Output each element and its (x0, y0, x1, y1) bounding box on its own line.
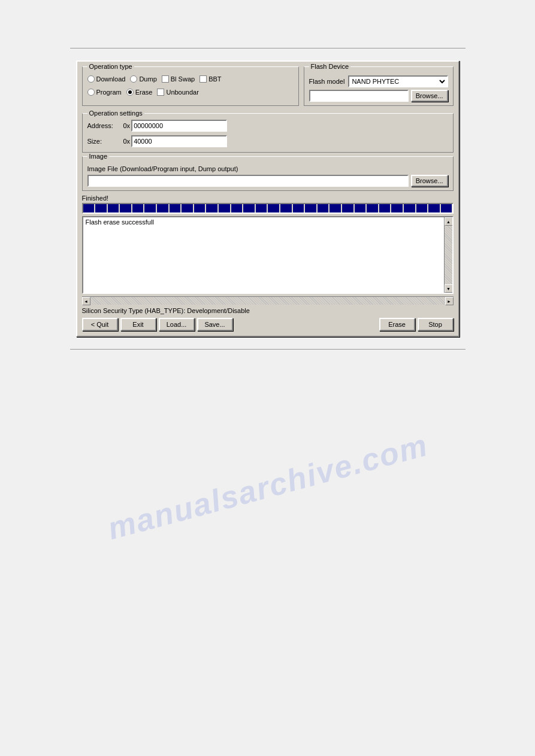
dump-option[interactable]: Dump (130, 75, 156, 83)
scroll-up-button[interactable]: ▲ (445, 217, 453, 226)
scroll-down-button[interactable]: ▼ (445, 284, 453, 293)
prog-seg-10 (194, 204, 205, 212)
prog-seg-30 (441, 204, 452, 212)
prog-seg-8 (170, 204, 181, 212)
prog-seg-9 (182, 204, 193, 212)
top-divider (70, 48, 466, 48)
flash-browse-row: Browse... (309, 90, 448, 102)
prog-seg-15 (256, 204, 267, 212)
image-row: Browse... (87, 175, 448, 187)
operation-settings-group: Operation settings Address: 0x Size: 0x (82, 113, 454, 153)
size-input[interactable] (131, 135, 227, 147)
stop-button[interactable]: Stop (418, 318, 454, 331)
bbt-label: BBT (208, 75, 221, 83)
download-option[interactable]: Download (87, 75, 126, 83)
prog-seg-25 (379, 204, 391, 212)
program-option[interactable]: Program (87, 89, 122, 96)
dump-radio[interactable] (130, 75, 137, 83)
prog-seg-23 (355, 204, 366, 212)
image-group: Image Image File (Download/Program input… (82, 156, 454, 191)
image-browse-button[interactable]: Browse... (411, 175, 448, 187)
prog-seg-6 (144, 204, 156, 212)
operation-settings-title: Operation settings (87, 110, 144, 117)
program-radio[interactable] (87, 89, 95, 96)
prog-seg-27 (404, 204, 415, 212)
dump-label: Dump (139, 75, 156, 83)
address-input[interactable] (131, 120, 227, 132)
prog-seg-16 (268, 204, 279, 212)
bottom-buttons: < Quit Exit Load... Save... Erase Stop (82, 318, 454, 331)
biswap-option[interactable]: Bl Swap (162, 75, 195, 83)
prog-seg-14 (243, 204, 255, 212)
prog-seg-2 (95, 204, 107, 212)
output-area[interactable]: Flash erase successfull (83, 217, 444, 293)
output-area-wrapper: Flash erase successfull ▲ ▼ (82, 216, 454, 294)
download-radio[interactable] (87, 75, 95, 83)
address-row: Address: 0x (87, 120, 448, 132)
download-label: Download (96, 75, 126, 83)
biswap-label: Bl Swap (171, 75, 195, 83)
scroll-track (445, 226, 452, 284)
unboundary-checkbox[interactable] (157, 89, 164, 96)
image-title: Image (87, 153, 110, 160)
prog-seg-11 (206, 204, 217, 212)
top-row: Operation type Download Dump Bl Swap (82, 66, 454, 110)
security-label: Silicon Security Type (HAB_TYPE): Develo… (82, 307, 454, 314)
prog-seg-4 (120, 204, 131, 212)
prog-seg-29 (428, 204, 440, 212)
image-desc: Image File (Download/Program input, Dump… (87, 165, 448, 172)
save-button[interactable]: Save... (197, 318, 233, 331)
address-label: Address: (87, 122, 123, 129)
exit-button[interactable]: Exit (120, 318, 156, 331)
page-wrapper: Operation type Download Dump Bl Swap (0, 0, 535, 756)
scrollbar-horizontal: ◄ ► (82, 296, 454, 305)
size-label: Size: (87, 138, 123, 145)
prog-seg-13 (231, 204, 243, 212)
unboundary-option[interactable]: Unboundar (157, 89, 198, 96)
radio-row-1: Download Dump Bl Swap BBT (87, 75, 294, 83)
prog-seg-18 (293, 204, 304, 212)
erase-option[interactable]: Erase (126, 89, 153, 96)
prog-seg-3 (108, 204, 119, 212)
prog-seg-1 (83, 204, 95, 212)
progress-bar (82, 203, 454, 214)
load-button[interactable]: Load... (159, 318, 195, 331)
scrollbar-vertical: ▲ ▼ (444, 217, 452, 293)
bbt-checkbox[interactable] (200, 75, 207, 83)
flash-model-row: Flash model NAND PHYTEC (309, 75, 448, 87)
flash-browse-button[interactable]: Browse... (411, 90, 448, 102)
watermark: manualsarchive.com (104, 427, 431, 546)
erase-button[interactable]: Erase (379, 318, 415, 331)
flash-model-select[interactable]: NAND PHYTEC (348, 75, 448, 87)
prog-seg-17 (280, 204, 292, 212)
size-row: Size: 0x (87, 135, 448, 147)
flash-device-group: Flash Device Flash model NAND PHYTEC Bro… (304, 66, 454, 106)
erase-radio-label: Erase (135, 89, 153, 96)
erase-radio[interactable] (126, 89, 134, 96)
bbt-option[interactable]: BBT (200, 75, 221, 83)
finished-label: Finished! (82, 195, 454, 202)
flash-path-input[interactable] (309, 90, 409, 102)
prog-seg-20 (318, 204, 329, 212)
prog-seg-22 (342, 204, 353, 212)
image-path-input[interactable] (87, 175, 409, 187)
scroll-right-button[interactable]: ► (445, 297, 454, 305)
prog-seg-24 (367, 204, 378, 212)
prog-seg-19 (305, 204, 316, 212)
address-prefix: 0x (123, 122, 131, 129)
dialog-window: Operation type Download Dump Bl Swap (76, 60, 460, 337)
prog-seg-28 (416, 204, 428, 212)
flash-device-title: Flash Device (309, 63, 351, 70)
prog-seg-21 (330, 204, 341, 212)
prog-seg-7 (157, 204, 168, 212)
prog-seg-12 (219, 204, 230, 212)
prog-seg-5 (132, 204, 144, 212)
program-label: Program (96, 89, 122, 96)
quit-button[interactable]: < Quit (82, 318, 118, 331)
biswap-checkbox[interactable] (162, 75, 169, 83)
operation-type-title: Operation type (87, 63, 134, 70)
scroll-left-button[interactable]: ◄ (82, 297, 90, 305)
radio-row-2: Program Erase Unboundar (87, 89, 294, 96)
bottom-divider (70, 349, 466, 350)
unboundary-label: Unboundar (166, 89, 198, 96)
